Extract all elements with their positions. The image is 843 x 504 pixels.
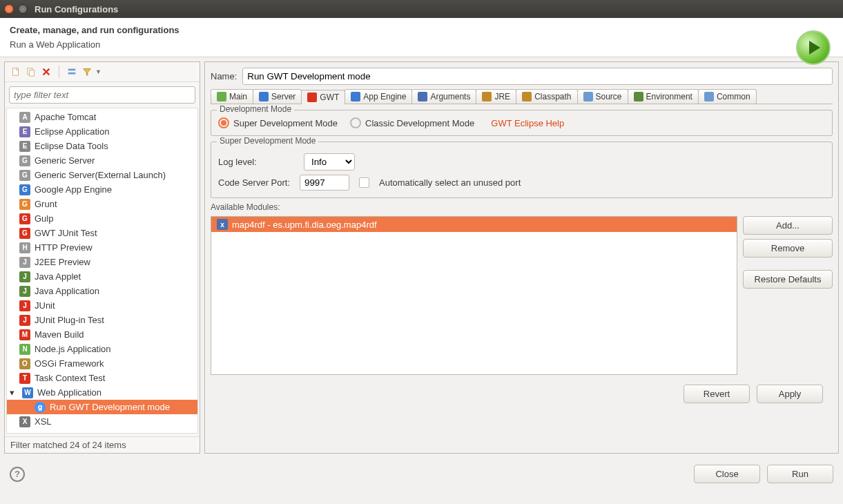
available-modules-section: Available Modules: x map4rdf - es.upm.fi… [211, 202, 833, 375]
modules-list[interactable]: x map4rdf - es.upm.fi.dia.oeg.map4rdf [211, 216, 737, 375]
tree-item[interactable]: GGeneric Server [7, 153, 197, 168]
tree-item[interactable]: XXSL [7, 414, 197, 429]
tree-item[interactable]: ▾WWeb Application [7, 385, 197, 400]
tree-item[interactable]: JJUnit Plug-in Test [7, 313, 197, 327]
config-type-icon: J [19, 286, 30, 297]
name-label: Name: [211, 71, 237, 81]
tab-icon [482, 92, 492, 101]
log-level-select[interactable]: Info [304, 153, 355, 171]
dialog-title: Create, manage, and run configurations [10, 25, 833, 35]
svg-rect-3 [68, 69, 76, 71]
expander-icon[interactable]: ▾ [10, 387, 17, 398]
name-input[interactable] [242, 68, 833, 85]
tab-icon [307, 93, 317, 102]
svg-rect-2 [29, 70, 34, 76]
tab-source[interactable]: Source [577, 89, 628, 104]
config-type-icon: J [19, 300, 30, 311]
tree-item[interactable]: AApache Tomcat [7, 110, 197, 124]
remove-module-button[interactable]: Remove [743, 239, 833, 258]
tree-item[interactable]: JJ2EE Preview [7, 255, 197, 269]
configurations-panel: ▼ AApache TomcatEEclipse ApplicationEEcl… [4, 61, 200, 454]
tree-item[interactable]: GGeneric Server(External Launch) [7, 168, 197, 182]
tab-environment[interactable]: Environment [628, 89, 699, 104]
config-tabs: MainServerGWTApp EngineArgumentsJREClass… [211, 89, 833, 104]
filter-input[interactable] [9, 86, 195, 104]
tab-icon [259, 92, 269, 101]
tab-icon [217, 92, 226, 101]
tree-item[interactable]: GGWT JUnit Test [7, 226, 197, 240]
config-type-icon: M [19, 329, 30, 340]
tree-item-child[interactable]: gRun GWT Development mode [7, 400, 197, 414]
config-type-icon: E [19, 126, 30, 137]
run-button[interactable]: Run [767, 465, 833, 483]
tab-common[interactable]: Common [698, 89, 757, 104]
tree-item[interactable]: JJava Application [7, 284, 197, 298]
dialog-header: Create, manage, and run configurations R… [0, 18, 843, 57]
development-mode-group: Development Mode Super Development Mode … [211, 110, 833, 136]
restore-defaults-button[interactable]: Restore Defaults [743, 270, 833, 289]
tree-item[interactable]: GGoogle App Engine [7, 182, 197, 197]
tab-icon [704, 92, 714, 101]
tree-item[interactable]: JJUnit [7, 298, 197, 313]
tab-jre[interactable]: JRE [476, 89, 516, 104]
window-minimize-button[interactable] [18, 4, 28, 14]
tab-app-engine[interactable]: App Engine [345, 89, 412, 104]
duplicate-config-button[interactable] [24, 65, 38, 79]
config-type-icon: O [19, 358, 30, 369]
delete-config-button[interactable] [39, 65, 53, 79]
tab-icon [634, 92, 643, 101]
super-dev-mode-radio[interactable]: Super Development Mode [218, 117, 338, 128]
config-type-icon: G [19, 170, 30, 181]
config-type-icon: G [19, 184, 30, 195]
config-type-icon: G [19, 199, 30, 210]
tree-item[interactable]: HHTTP Preview [7, 240, 197, 255]
config-type-icon: G [19, 228, 30, 239]
add-module-button[interactable]: Add... [743, 216, 833, 235]
tab-icon [418, 92, 427, 101]
tree-item[interactable]: OOSGi Framework [7, 356, 197, 371]
config-type-icon: X [19, 416, 30, 427]
tree-item[interactable]: GGulp [7, 211, 197, 226]
tab-icon [351, 92, 360, 101]
module-row[interactable]: x map4rdf - es.upm.fi.dia.oeg.map4rdf [211, 217, 737, 232]
log-level-label: Log level: [218, 157, 294, 167]
config-type-icon: A [19, 112, 30, 123]
classic-dev-mode-radio[interactable]: Classic Development Mode [350, 117, 474, 128]
tab-main[interactable]: Main [211, 89, 253, 104]
tree-item[interactable]: EEclipse Application [7, 124, 197, 139]
svg-rect-4 [68, 72, 76, 75]
dialog-subtitle: Run a Web Application [10, 39, 833, 50]
tree-item[interactable]: GGrunt [7, 197, 197, 211]
config-type-icon: G [19, 213, 30, 224]
config-tree[interactable]: AApache TomcatEEclipse ApplicationEEclip… [6, 108, 198, 434]
config-editor: Name: MainServerGWTApp EngineArgumentsJR… [204, 61, 839, 454]
titlebar: Run Configurations [0, 0, 843, 18]
new-config-button[interactable] [9, 65, 23, 79]
filter-button[interactable] [80, 65, 94, 79]
auto-port-label: Automatically select an unused port [379, 177, 521, 188]
config-type-icon: J [19, 271, 30, 282]
run-hero-icon [796, 30, 831, 65]
svg-rect-0 [13, 68, 19, 76]
tree-item[interactable]: EEclipse Data Tools [7, 139, 197, 153]
tab-arguments[interactable]: Arguments [411, 89, 476, 104]
collapse-all-button[interactable] [65, 65, 79, 79]
tree-item[interactable]: NNode.js Application [7, 342, 197, 356]
tab-server[interactable]: Server [253, 89, 302, 104]
revert-button[interactable]: Revert [684, 385, 750, 403]
config-type-icon: J [19, 257, 30, 268]
tree-item[interactable]: MMaven Build [7, 327, 197, 342]
gwt-help-link[interactable]: GWT Eclipse Help [491, 118, 564, 128]
tab-classpath[interactable]: Classpath [516, 89, 577, 104]
tree-item[interactable]: TTask Context Test [7, 371, 197, 385]
apply-button[interactable]: Apply [757, 385, 823, 403]
close-button[interactable]: Close [694, 465, 760, 483]
tree-item[interactable]: JJava Applet [7, 269, 197, 284]
auto-port-checkbox[interactable] [359, 177, 369, 188]
config-type-icon: T [19, 373, 30, 384]
help-icon[interactable]: ? [10, 467, 25, 482]
window-close-button[interactable] [4, 4, 14, 14]
config-type-icon: N [19, 344, 30, 355]
tab-gwt[interactable]: GWT [301, 90, 345, 104]
code-server-port-input[interactable] [300, 175, 349, 191]
